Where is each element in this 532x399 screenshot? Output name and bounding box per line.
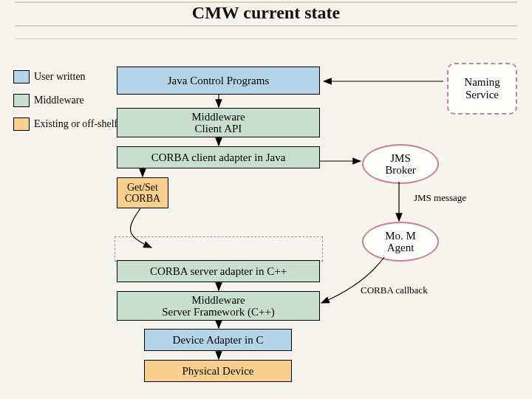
box-java-control: Java Control Programs <box>117 66 320 95</box>
box-corba-server-adapter: CORBA server adapter in C++ <box>117 260 320 282</box>
label-corba-callback: CORBA callback <box>361 284 428 296</box>
dashed-connector-box <box>115 236 323 262</box>
legend-user: User written <box>13 70 117 83</box>
rule-mid <box>15 25 517 27</box>
legend-user-label: User written <box>34 71 86 83</box>
box-corba-client-adapter: CORBA client adapter in Java <box>117 146 320 168</box>
swatch-user <box>13 70 30 83</box>
box-getset-corba: Get/Set CORBA <box>117 177 168 208</box>
legend-middleware-label: Middleware <box>34 95 84 106</box>
swatch-offshelf <box>13 117 30 131</box>
ellipse-jms-broker: JMS Broker <box>362 144 439 184</box>
legend-offshelf: Existing or off-shelf <box>13 117 117 131</box>
box-physical-device: Physical Device <box>144 360 292 382</box>
legend-offshelf-label: Existing or off-shelf <box>34 118 117 130</box>
box-mw-server-fw: Middleware Server Framework (C++) <box>117 291 320 321</box>
legend: User written Middleware Existing or off-… <box>13 70 117 141</box>
swatch-middleware <box>13 94 30 107</box>
ellipse-mom-agent: Mo. M Agent <box>362 222 439 262</box>
legend-middleware: Middleware <box>13 94 117 107</box>
page-title: CMW current state <box>0 3 532 23</box>
box-device-adapter: Device Adapter in C <box>144 329 292 351</box>
label-jms-message: JMS message <box>414 192 466 204</box>
box-mw-client-api: Middleware Client API <box>117 108 320 137</box>
rule-bottom <box>15 38 517 39</box>
box-naming-service: Naming Service <box>447 63 517 115</box>
